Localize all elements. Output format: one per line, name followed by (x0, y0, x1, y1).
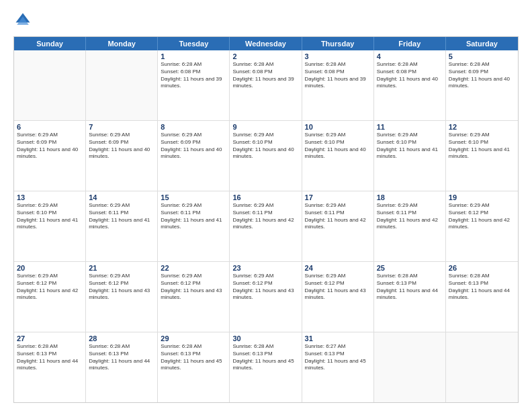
day-number: 23 (232, 264, 298, 272)
logo-icon (13, 11, 32, 30)
day-cell-30: 30Sunrise: 6:28 AM Sunset: 6:13 PM Dayli… (230, 332, 302, 402)
day-number: 3 (305, 52, 371, 60)
calendar-row-4: 20Sunrise: 6:29 AM Sunset: 6:12 PM Dayli… (14, 261, 518, 332)
day-details: Sunrise: 6:29 AM Sunset: 6:12 PM Dayligh… (89, 273, 154, 302)
day-details: Sunrise: 6:29 AM Sunset: 6:11 PM Dayligh… (377, 202, 443, 231)
logo (13, 11, 35, 30)
day-number: 5 (449, 52, 515, 60)
day-number: 12 (449, 123, 515, 131)
day-details: Sunrise: 6:28 AM Sunset: 6:08 PM Dayligh… (377, 61, 443, 90)
day-cell-3: 3Sunrise: 6:28 AM Sunset: 6:08 PM Daylig… (302, 50, 374, 120)
day-details: Sunrise: 6:28 AM Sunset: 6:13 PM Dayligh… (161, 343, 226, 372)
day-number: 21 (89, 264, 154, 272)
day-cell-27: 27Sunrise: 6:28 AM Sunset: 6:13 PM Dayli… (14, 332, 86, 402)
weekday-header-thursday: Thursday (302, 37, 374, 50)
day-number: 22 (161, 264, 226, 272)
day-details: Sunrise: 6:29 AM Sunset: 6:10 PM Dayligh… (449, 132, 515, 161)
day-details: Sunrise: 6:29 AM Sunset: 6:10 PM Dayligh… (232, 132, 298, 161)
day-cell-25: 25Sunrise: 6:28 AM Sunset: 6:13 PM Dayli… (374, 262, 446, 332)
day-details: Sunrise: 6:29 AM Sunset: 6:12 PM Dayligh… (305, 273, 371, 302)
empty-cell-r4c6 (446, 332, 518, 402)
day-cell-23: 23Sunrise: 6:29 AM Sunset: 6:12 PM Dayli… (230, 262, 302, 332)
day-cell-1: 1Sunrise: 6:28 AM Sunset: 6:08 PM Daylig… (158, 50, 230, 120)
day-details: Sunrise: 6:29 AM Sunset: 6:11 PM Dayligh… (232, 202, 298, 231)
calendar-row-5: 27Sunrise: 6:28 AM Sunset: 6:13 PM Dayli… (14, 332, 518, 402)
day-cell-24: 24Sunrise: 6:29 AM Sunset: 6:12 PM Dayli… (302, 262, 374, 332)
weekday-header-friday: Friday (374, 37, 446, 50)
day-number: 20 (17, 264, 83, 272)
day-cell-19: 19Sunrise: 6:29 AM Sunset: 6:12 PM Dayli… (446, 191, 518, 261)
day-number: 29 (161, 334, 226, 342)
day-details: Sunrise: 6:29 AM Sunset: 6:11 PM Dayligh… (305, 202, 371, 231)
day-details: Sunrise: 6:28 AM Sunset: 6:08 PM Dayligh… (161, 61, 226, 90)
calendar-row-2: 6Sunrise: 6:29 AM Sunset: 6:09 PM Daylig… (14, 120, 518, 191)
day-cell-10: 10Sunrise: 6:29 AM Sunset: 6:10 PM Dayli… (302, 121, 374, 191)
day-number: 14 (89, 193, 154, 201)
day-cell-26: 26Sunrise: 6:28 AM Sunset: 6:13 PM Dayli… (446, 262, 518, 332)
calendar-row-1: 1Sunrise: 6:28 AM Sunset: 6:08 PM Daylig… (14, 50, 518, 120)
calendar-body: 1Sunrise: 6:28 AM Sunset: 6:08 PM Daylig… (14, 50, 518, 402)
day-cell-21: 21Sunrise: 6:29 AM Sunset: 6:12 PM Dayli… (86, 262, 158, 332)
day-number: 26 (449, 264, 515, 272)
day-number: 15 (161, 193, 226, 201)
day-details: Sunrise: 6:29 AM Sunset: 6:10 PM Dayligh… (17, 202, 83, 231)
day-cell-29: 29Sunrise: 6:28 AM Sunset: 6:13 PM Dayli… (158, 332, 230, 402)
day-details: Sunrise: 6:28 AM Sunset: 6:13 PM Dayligh… (377, 273, 443, 302)
day-details: Sunrise: 6:29 AM Sunset: 6:10 PM Dayligh… (377, 132, 443, 161)
day-number: 17 (305, 193, 371, 201)
day-number: 27 (17, 334, 83, 342)
day-cell-12: 12Sunrise: 6:29 AM Sunset: 6:10 PM Dayli… (446, 121, 518, 191)
day-number: 7 (89, 123, 154, 131)
day-number: 9 (232, 123, 298, 131)
day-cell-7: 7Sunrise: 6:29 AM Sunset: 6:09 PM Daylig… (86, 121, 158, 191)
weekday-header-saturday: Saturday (446, 37, 518, 50)
day-number: 4 (377, 52, 443, 60)
day-cell-11: 11Sunrise: 6:29 AM Sunset: 6:10 PM Dayli… (374, 121, 446, 191)
day-number: 10 (305, 123, 371, 131)
day-cell-17: 17Sunrise: 6:29 AM Sunset: 6:11 PM Dayli… (302, 191, 374, 261)
header (13, 11, 519, 30)
day-cell-18: 18Sunrise: 6:29 AM Sunset: 6:11 PM Dayli… (374, 191, 446, 261)
day-details: Sunrise: 6:29 AM Sunset: 6:09 PM Dayligh… (89, 132, 154, 161)
day-cell-15: 15Sunrise: 6:29 AM Sunset: 6:11 PM Dayli… (158, 191, 230, 261)
day-details: Sunrise: 6:28 AM Sunset: 6:08 PM Dayligh… (305, 61, 371, 90)
day-cell-5: 5Sunrise: 6:28 AM Sunset: 6:09 PM Daylig… (446, 50, 518, 120)
day-number: 24 (305, 264, 371, 272)
calendar-header: SundayMondayTuesdayWednesdayThursdayFrid… (14, 37, 518, 50)
day-details: Sunrise: 6:28 AM Sunset: 6:13 PM Dayligh… (89, 343, 154, 372)
day-number: 31 (305, 334, 371, 342)
calendar: SundayMondayTuesdayWednesdayThursdayFrid… (13, 36, 519, 403)
day-number: 8 (161, 123, 226, 131)
day-cell-28: 28Sunrise: 6:28 AM Sunset: 6:13 PM Dayli… (86, 332, 158, 402)
day-details: Sunrise: 6:29 AM Sunset: 6:11 PM Dayligh… (161, 202, 226, 231)
weekday-header-monday: Monday (86, 37, 158, 50)
day-number: 2 (232, 52, 298, 60)
weekday-header-sunday: Sunday (14, 37, 86, 50)
day-details: Sunrise: 6:28 AM Sunset: 6:09 PM Dayligh… (449, 61, 515, 90)
day-cell-8: 8Sunrise: 6:29 AM Sunset: 6:09 PM Daylig… (158, 121, 230, 191)
day-number: 1 (161, 52, 226, 60)
day-details: Sunrise: 6:29 AM Sunset: 6:10 PM Dayligh… (305, 132, 371, 161)
day-cell-20: 20Sunrise: 6:29 AM Sunset: 6:12 PM Dayli… (14, 262, 86, 332)
day-number: 30 (232, 334, 298, 342)
day-cell-22: 22Sunrise: 6:29 AM Sunset: 6:12 PM Dayli… (158, 262, 230, 332)
day-number: 19 (449, 193, 515, 201)
day-details: Sunrise: 6:28 AM Sunset: 6:08 PM Dayligh… (232, 61, 298, 90)
empty-cell-r0c1 (86, 50, 158, 120)
day-cell-31: 31Sunrise: 6:27 AM Sunset: 6:13 PM Dayli… (302, 332, 374, 402)
day-number: 18 (377, 193, 443, 201)
day-number: 6 (17, 123, 83, 131)
day-number: 25 (377, 264, 443, 272)
day-details: Sunrise: 6:29 AM Sunset: 6:09 PM Dayligh… (161, 132, 226, 161)
day-cell-2: 2Sunrise: 6:28 AM Sunset: 6:08 PM Daylig… (230, 50, 302, 120)
day-details: Sunrise: 6:28 AM Sunset: 6:13 PM Dayligh… (449, 273, 515, 302)
day-cell-16: 16Sunrise: 6:29 AM Sunset: 6:11 PM Dayli… (230, 191, 302, 261)
day-details: Sunrise: 6:29 AM Sunset: 6:12 PM Dayligh… (449, 202, 515, 231)
day-number: 28 (89, 334, 154, 342)
weekday-header-tuesday: Tuesday (158, 37, 230, 50)
day-details: Sunrise: 6:29 AM Sunset: 6:09 PM Dayligh… (17, 132, 83, 161)
day-cell-9: 9Sunrise: 6:29 AM Sunset: 6:10 PM Daylig… (230, 121, 302, 191)
day-details: Sunrise: 6:29 AM Sunset: 6:11 PM Dayligh… (89, 202, 154, 231)
day-cell-13: 13Sunrise: 6:29 AM Sunset: 6:10 PM Dayli… (14, 191, 86, 261)
day-number: 13 (17, 193, 83, 201)
